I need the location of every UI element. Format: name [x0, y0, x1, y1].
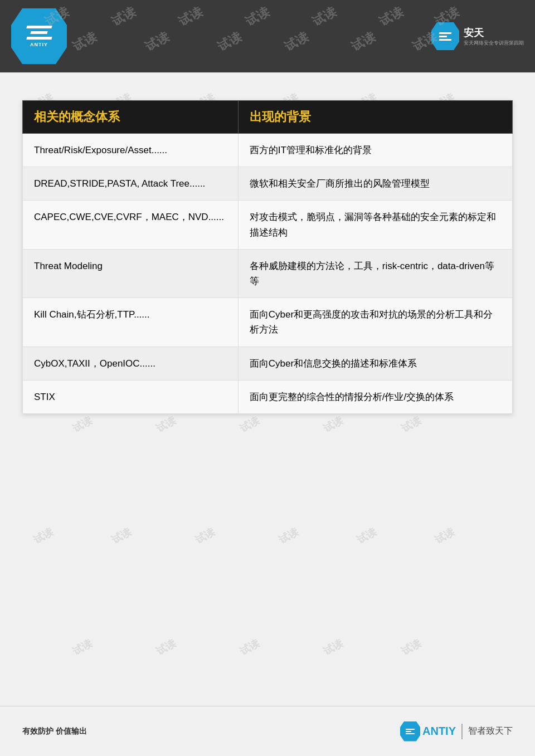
watermark-9: 试读 [142, 28, 172, 55]
brand-line-1 [439, 32, 452, 34]
watermark-2: 试读 [109, 3, 138, 30]
brand-icon [431, 22, 459, 50]
brand-name-cn: 安天 [464, 26, 484, 40]
table-row: CybOX,TAXII，OpenIOC......面向Cyber和信息交换的描述… [23, 347, 513, 380]
body-watermark-27: 试读 [354, 525, 378, 547]
cell-col2-4: 面向Cyber和更高强度的攻击和对抗的场景的分析工具和分析方法 [238, 298, 512, 347]
table-row: CAPEC,CWE,CVE,CVRF，MAEC，NVD......对攻击模式，脆… [23, 201, 513, 249]
footer-tagline: 有效防护 价值输出 [22, 726, 87, 737]
cell-col2-1: 微软和相关安全厂商所推出的风险管理模型 [238, 167, 512, 201]
cell-col1-6: STIX [23, 380, 239, 413]
watermark-3: 试读 [176, 3, 205, 30]
brand-line-2 [439, 36, 448, 37]
cell-col1-1: DREAD,STRIDE,PASTA, Attack Tree...... [23, 167, 239, 201]
body-watermark-29: 试读 [70, 637, 94, 659]
cell-col2-2: 对攻击模式，脆弱点，漏洞等各种基础的安全元素的标定和描述结构 [238, 201, 512, 249]
brand-tagline: 安天网络安全专训营第四期 [464, 40, 524, 47]
logo-line-2 [30, 31, 47, 34]
table-row: Threat/Risk/Exposure/Asset......西方的IT管理和… [23, 134, 513, 167]
footer-brand-line-2 [406, 731, 412, 732]
body-watermark-28: 试读 [432, 525, 456, 547]
table-row: DREAD,STRIDE,PASTA, Attack Tree......微软和… [23, 167, 513, 201]
body-watermark-33: 试读 [399, 637, 423, 659]
table-row: Threat Modeling各种威胁建模的方法论，工具，risk-centri… [23, 249, 513, 297]
logo-line-1 [26, 26, 52, 28]
col1-header: 相关的概念体系 [23, 101, 239, 134]
footer-brand-icon [400, 721, 420, 742]
cell-col1-5: CybOX,TAXII，OpenIOC...... [23, 347, 239, 380]
body-watermark-26: 试读 [276, 525, 300, 547]
cell-col1-3: Threat Modeling [23, 249, 239, 297]
main-content: 相关的概念体系 出现的背景 Threat/Risk/Exposure/Asset… [0, 72, 535, 425]
brand-text-area: 安天 安天网络安全专训营第四期 [464, 26, 524, 47]
header: 试读 试读 试读 试读 试读 试读 试读 试读 试读 试读 试读 试读 试读 A… [0, 0, 535, 72]
concept-table: 相关的概念体系 出现的背景 Threat/Risk/Exposure/Asset… [22, 100, 513, 414]
cell-col1-0: Threat/Risk/Exposure/Asset...... [23, 134, 239, 167]
brand-line-3 [439, 39, 452, 41]
table-row: Kill Chain,钻石分析,TTP......面向Cyber和更高强度的攻击… [23, 298, 513, 347]
footer-brand-area: ANTIY 智者致天下 [400, 721, 513, 742]
watermark-8: 试读 [70, 28, 99, 55]
body-watermark-25: 试读 [193, 525, 217, 547]
logo-text: ANTIY [30, 42, 48, 47]
footer-brand-line-1 [406, 729, 415, 730]
cell-col2-6: 面向更完整的综合性的情报分析/作业/交换的体系 [238, 380, 512, 413]
cell-col2-5: 面向Cyber和信息交换的描述和标准体系 [238, 347, 512, 380]
logo: ANTIY [11, 8, 67, 64]
body-watermark-24: 试读 [109, 525, 133, 547]
watermark-10: 试读 [215, 28, 244, 55]
watermark-12: 试读 [348, 28, 378, 55]
cell-col2-0: 西方的IT管理和标准化的背景 [238, 134, 512, 167]
footer: 有效防护 价值输出 ANTIY 智者致天下 [0, 706, 535, 756]
header-brand: 安天 安天网络安全专训营第四期 [431, 22, 524, 50]
footer-suffix: 智者致天下 [468, 725, 513, 737]
footer-antiy: ANTIY [422, 725, 456, 738]
watermark-11: 试读 [281, 28, 311, 55]
logo-line-3 [26, 37, 52, 40]
footer-brand-line-3 [406, 733, 415, 734]
watermark-6: 试读 [376, 3, 406, 30]
watermark-4: 试读 [242, 3, 272, 30]
body-watermark-30: 试读 [154, 637, 178, 659]
cell-col2-3: 各种威胁建模的方法论，工具，risk-centric，data-driven等等 [238, 249, 512, 297]
col2-header: 出现的背景 [238, 101, 512, 134]
cell-col1-4: Kill Chain,钻石分析,TTP...... [23, 298, 239, 347]
body-watermark-31: 试读 [237, 637, 261, 659]
footer-divider [461, 724, 463, 739]
cell-col1-2: CAPEC,CWE,CVE,CVRF，MAEC，NVD...... [23, 201, 239, 249]
table-row: STIX面向更完整的综合性的情报分析/作业/交换的体系 [23, 380, 513, 413]
body-watermark-32: 试读 [321, 637, 345, 659]
body-watermark-23: 试读 [31, 525, 55, 547]
watermark-5: 试读 [309, 3, 339, 30]
